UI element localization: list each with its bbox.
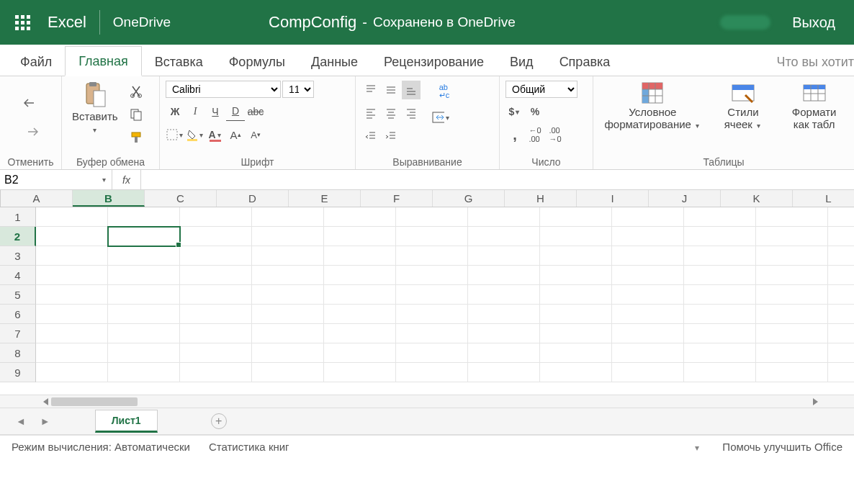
cell-A8[interactable]	[36, 343, 108, 363]
cell-I3[interactable]	[612, 246, 684, 266]
decrease-decimal-button[interactable]: .00→0	[546, 125, 565, 144]
cell-L7[interactable]	[828, 324, 854, 343]
row-header-3[interactable]: 3	[0, 246, 36, 266]
cell-G8[interactable]	[468, 343, 540, 363]
cell-C2[interactable]	[180, 227, 252, 246]
align-bottom-button[interactable]	[402, 81, 421, 99]
cell-I2[interactable]	[612, 227, 684, 246]
column-header-H[interactable]: H	[505, 190, 577, 207]
cell-E4[interactable]	[324, 266, 396, 285]
document-title[interactable]: CompConfig	[182, 13, 356, 32]
italic-button[interactable]: I	[186, 102, 204, 121]
cell-E1[interactable]	[324, 207, 396, 227]
formula-input[interactable]	[145, 171, 850, 184]
cell-K5[interactable]	[756, 285, 828, 305]
cell-L3[interactable]	[828, 246, 854, 266]
strikethrough-button[interactable]: abc	[246, 102, 265, 121]
cell-C5[interactable]	[180, 285, 252, 305]
cell-F6[interactable]	[396, 305, 468, 324]
cell-C6[interactable]	[180, 305, 252, 324]
wrap-text-button[interactable]: ab↵c	[432, 82, 457, 101]
cell-J3[interactable]	[684, 246, 756, 266]
tab-help[interactable]: Справка	[547, 48, 624, 76]
cell-I6[interactable]	[612, 305, 684, 324]
format-as-table-button[interactable]: Формати как табл	[780, 79, 848, 132]
currency-button[interactable]: $▾	[505, 102, 524, 121]
bold-button[interactable]: Ж	[166, 102, 184, 121]
row-header-7[interactable]: 7	[0, 324, 36, 343]
cell-B2[interactable]	[108, 227, 180, 246]
name-box[interactable]: ▾	[0, 170, 112, 189]
cell-H3[interactable]	[540, 246, 612, 266]
tab-data[interactable]: Данные	[298, 48, 371, 76]
cell-G7[interactable]	[468, 324, 540, 343]
cell-D3[interactable]	[252, 246, 324, 266]
cell-C1[interactable]	[180, 207, 252, 227]
column-header-C[interactable]: C	[145, 190, 217, 207]
cell-J2[interactable]	[684, 227, 756, 246]
cell-F9[interactable]	[396, 363, 468, 382]
cell-D9[interactable]	[252, 363, 324, 382]
cell-J6[interactable]	[684, 305, 756, 324]
align-middle-button[interactable]	[382, 81, 400, 99]
row-header-5[interactable]: 5	[0, 285, 36, 305]
cell-J4[interactable]	[684, 266, 756, 285]
font-color-button[interactable]: A▾	[206, 125, 225, 144]
sheet-prev-icon[interactable]: ◄	[10, 415, 32, 427]
cell-C7[interactable]	[180, 324, 252, 343]
cell-K9[interactable]	[756, 363, 828, 382]
font-size-select[interactable]: 11	[282, 81, 314, 98]
merge-cells-button[interactable]: ▾	[432, 108, 451, 127]
cell-G2[interactable]	[468, 227, 540, 246]
grow-font-button[interactable]: A▴	[226, 125, 245, 144]
fill-color-button[interactable]: ▾	[186, 125, 204, 144]
cell-K1[interactable]	[756, 207, 828, 227]
cell-D7[interactable]	[252, 324, 324, 343]
underline-button[interactable]: Ч	[206, 102, 225, 121]
cell-H7[interactable]	[540, 324, 612, 343]
row-header-4[interactable]: 4	[0, 266, 36, 285]
cell-A9[interactable]	[36, 363, 108, 382]
align-right-button[interactable]	[402, 104, 421, 122]
cell-styles-button[interactable]: Стили ячеек ▾	[715, 79, 772, 132]
column-header-L[interactable]: L	[793, 190, 854, 207]
cell-L2[interactable]	[828, 227, 854, 246]
column-header-I[interactable]: I	[577, 190, 649, 207]
conditional-format-button[interactable]: Условное форматирование ▾	[599, 79, 706, 132]
row-header-8[interactable]: 8	[0, 343, 36, 363]
comma-style-button[interactable]: ,	[505, 125, 524, 144]
cell-H2[interactable]	[540, 227, 612, 246]
cell-H6[interactable]	[540, 305, 612, 324]
cell-H5[interactable]	[540, 285, 612, 305]
cell-J7[interactable]	[684, 324, 756, 343]
storage-location[interactable]: OneDrive	[102, 14, 182, 30]
align-top-button[interactable]	[361, 81, 380, 99]
cell-F4[interactable]	[396, 266, 468, 285]
cell-E9[interactable]	[324, 363, 396, 382]
cell-C8[interactable]	[180, 343, 252, 363]
cell-D8[interactable]	[252, 343, 324, 363]
cell-I7[interactable]	[612, 324, 684, 343]
book-stats-status[interactable]: Статистика книг	[209, 441, 289, 453]
row-header-6[interactable]: 6	[0, 305, 36, 324]
cell-F3[interactable]	[396, 246, 468, 266]
cell-G5[interactable]	[468, 285, 540, 305]
cell-D6[interactable]	[252, 305, 324, 324]
borders-button[interactable]: ▾	[166, 125, 184, 144]
user-avatar[interactable]	[720, 15, 770, 30]
sheet-tab-active[interactable]: Лист1	[95, 410, 158, 433]
decrease-indent-button[interactable]	[361, 127, 380, 145]
undo-button[interactable]	[22, 94, 40, 112]
cell-G6[interactable]	[468, 305, 540, 324]
cell-G1[interactable]	[468, 207, 540, 227]
cell-K6[interactable]	[756, 305, 828, 324]
font-name-select[interactable]: Calibri	[166, 81, 281, 98]
double-underline-button[interactable]: D	[226, 102, 245, 121]
cell-J8[interactable]	[684, 343, 756, 363]
tell-me-input[interactable]: Что вы хотит	[776, 55, 854, 76]
fx-button[interactable]: fx	[112, 170, 141, 189]
row-header-1[interactable]: 1	[0, 207, 36, 227]
cell-I8[interactable]	[612, 343, 684, 363]
row-header-2[interactable]: 2	[0, 227, 36, 246]
cell-L8[interactable]	[828, 343, 854, 363]
